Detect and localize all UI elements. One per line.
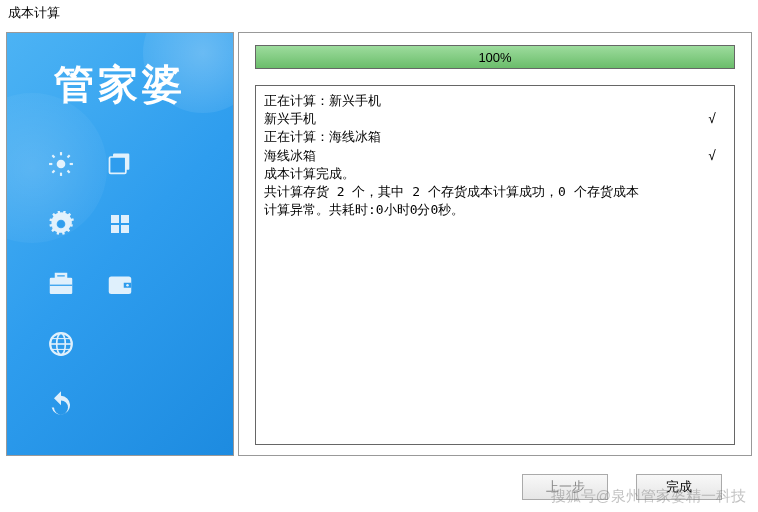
progress-label: 100% [478, 50, 511, 65]
svg-point-0 [57, 160, 66, 169]
progress-bar: 100% [255, 45, 735, 69]
wallet-icon [96, 264, 145, 304]
window-title: 成本计算 [0, 0, 758, 26]
svg-rect-15 [121, 225, 129, 233]
svg-rect-14 [111, 225, 119, 233]
stack-icon [96, 144, 145, 184]
log-line: 成本计算完成。 [264, 165, 726, 183]
log-line: 计算异常。共耗时:0小时0分0秒。 [264, 201, 726, 219]
prev-button: 上一步 [522, 474, 608, 500]
sun-icon [37, 144, 86, 184]
svg-rect-12 [111, 215, 119, 223]
log-line: 正在计算：海线冰箱 [264, 128, 726, 146]
svg-rect-10 [109, 157, 125, 173]
undo-icon [37, 384, 86, 424]
svg-rect-17 [56, 274, 66, 278]
svg-point-21 [126, 284, 129, 287]
svg-line-5 [53, 155, 55, 157]
main-area: 管家婆 100% 正在计算：新兴 [0, 26, 758, 456]
gear-icon [37, 204, 86, 244]
sidebar: 管家婆 [6, 32, 234, 456]
svg-line-8 [68, 155, 70, 157]
svg-line-7 [53, 171, 55, 173]
svg-rect-13 [121, 215, 129, 223]
globe-icon [37, 324, 86, 364]
brand-logo: 管家婆 [7, 33, 233, 144]
log-line: 新兴手机√ [264, 110, 726, 128]
log-line: 共计算存货 2 个，其中 2 个存货成本计算成功，0 个存货成本 [264, 183, 726, 201]
log-box[interactable]: 正在计算：新兴手机新兴手机√正在计算：海线冰箱海线冰箱√成本计算完成。共计算存货… [255, 85, 735, 445]
briefcase-icon [37, 264, 86, 304]
log-line: 海线冰箱√ [264, 147, 726, 165]
svg-line-6 [68, 171, 70, 173]
barchart-icon [37, 444, 86, 456]
log-line: 正在计算：新兴手机 [264, 92, 726, 110]
icon-grid [7, 144, 233, 456]
svg-point-11 [58, 221, 65, 228]
grid-icon [96, 204, 145, 244]
button-row: 上一步 完成 [0, 456, 758, 500]
done-button[interactable]: 完成 [636, 474, 722, 500]
content-panel: 100% 正在计算：新兴手机新兴手机√正在计算：海线冰箱海线冰箱√成本计算完成。… [238, 32, 752, 456]
